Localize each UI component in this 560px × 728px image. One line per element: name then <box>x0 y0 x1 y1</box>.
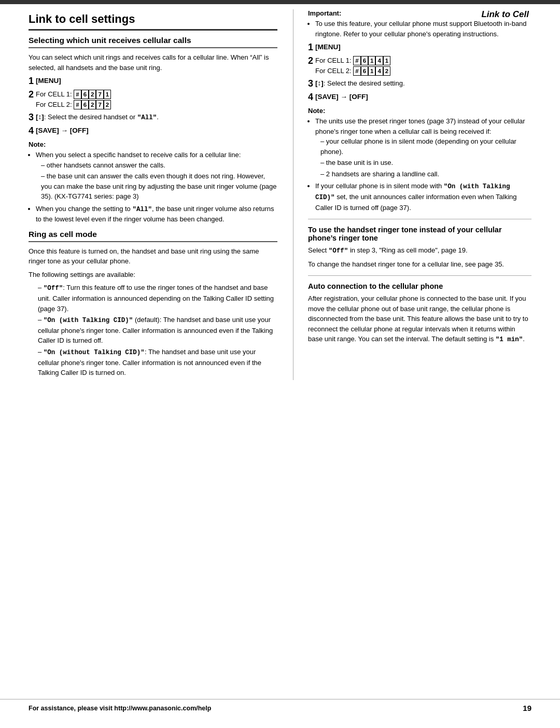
content-area: Link to cell settings Selecting which un… <box>0 9 560 380</box>
section3-body2: To change the handset ringer tone for a … <box>308 259 531 270</box>
r-key-1: 1 <box>368 56 375 65</box>
r-key-2: 2 <box>383 66 390 76</box>
important-list: To use this feature, your cellular phone… <box>308 19 531 39</box>
r-key-1b: 1 <box>383 56 390 65</box>
r-key-6: 6 <box>361 56 368 65</box>
right-step-1-content: [MENU] <box>315 42 531 52</box>
note-item-1: When you select a specific handset to re… <box>36 150 277 202</box>
right-note-sub-3: 2 handsets are sharing a landline call. <box>320 169 531 179</box>
right-step-3: 3 [↕]: Select the desired setting. <box>308 78 531 89</box>
right-step-4-content: [SAVE] → [OFF] <box>315 92 531 102</box>
note-label-right: Note: <box>308 107 531 115</box>
step-1-content: [MENU] <box>36 76 277 86</box>
right-column: Important: To use this feature, your cel… <box>293 9 531 380</box>
step-2-num: 2 <box>29 89 34 100</box>
right-step-4-num: 4 <box>308 92 313 103</box>
step-3: 3 [↕]: Select the desired handset or "Al… <box>29 112 277 123</box>
step-1: 1 [MENU] <box>29 76 277 87</box>
divider-1 <box>308 219 531 219</box>
important-item-1: To use this feature, your cellular phone… <box>315 19 531 39</box>
section1-title: Selecting which unit receives cellular c… <box>29 36 277 48</box>
note-item-2: When you change the setting to "All", th… <box>36 204 277 225</box>
right-step-2-content: For CELL 1: #6141 For CELL 2: #6142 <box>315 55 531 76</box>
right-note-sub-2: the base unit is in use. <box>320 158 531 168</box>
r-key-hash-2: # <box>353 66 360 76</box>
r-key-4: 4 <box>375 56 383 65</box>
page: Link to Cell Link to cell settings Selec… <box>0 0 560 728</box>
section2-available: The following settings are available: <box>29 270 277 280</box>
key-6-2: 6 <box>81 100 89 109</box>
right-note-sub-1: your cellular phone is in silent mode (d… <box>320 136 531 157</box>
note-sub-2: the base unit can answer the calls even … <box>41 171 277 202</box>
key-7: 7 <box>96 90 103 99</box>
step-2-content: For CELL 1: #6271 For CELL 2: #6272 <box>36 89 277 109</box>
footer-text: For assistance, please visit http://www.… <box>29 705 211 712</box>
note-sub-1: other handsets cannot answer the calls. <box>41 160 277 171</box>
key-2-3: 2 <box>104 100 111 109</box>
section2-title: Ring as cell mode <box>29 230 277 242</box>
setting-on-without: "On (without Talking CID)": The handset … <box>38 347 277 378</box>
note-label-1: Note: <box>29 141 277 148</box>
right-step-2: 2 For CELL 1: #6141 For CELL 2: #6142 <box>308 55 531 76</box>
key-hash: # <box>74 90 81 99</box>
setting-on-with: "On (with Talking CID)" (default): The h… <box>38 315 277 346</box>
section3-body1: Select "Off" in step 3, "Ring as cell mo… <box>308 245 531 256</box>
right-note-2: If your cellular phone is in silent mode… <box>315 181 531 213</box>
section4-body: After registration, your cellular phone … <box>308 293 531 345</box>
r-key-hash: # <box>353 56 360 65</box>
left-column: Link to cell settings Selecting which un… <box>29 9 277 380</box>
section1-body: You can select which unit rings and rece… <box>29 52 277 73</box>
right-step-3-num: 3 <box>308 78 313 89</box>
step-3-content: [↕]: Select the desired handset or "All"… <box>36 112 277 123</box>
section4-title: Auto connection to the cellular phone <box>308 282 531 290</box>
section2-settings: "Off": Turn this feature off to use the … <box>29 283 277 377</box>
key-2: 2 <box>89 90 96 99</box>
setting-off: "Off": Turn this feature off to use the … <box>38 283 277 314</box>
r-key-6-2: 6 <box>361 66 368 76</box>
note-list-right: The units use the preset ringer tones (p… <box>308 116 531 213</box>
section2-intro: Once this feature is turned on, the hand… <box>29 246 277 267</box>
step-3-num: 3 <box>29 112 34 123</box>
key-6: 6 <box>81 90 89 99</box>
key-1: 1 <box>104 90 111 99</box>
note-list-1: When you select a specific handset to re… <box>29 150 277 225</box>
header-bar <box>0 0 560 4</box>
step-1-num: 1 <box>29 76 34 87</box>
section3-title: To use the handset ringer tone instead o… <box>308 226 531 242</box>
page-section-title: Link to Cell <box>481 9 529 20</box>
step-4: 4 [SAVE] → [OFF] <box>29 125 277 136</box>
key-2-2: 2 <box>89 100 96 109</box>
right-step-2-num: 2 <box>308 55 313 66</box>
right-step-4: 4 [SAVE] → [OFF] <box>308 92 531 103</box>
step-2: 2 For CELL 1: #6271 For CELL 2: #6272 <box>29 89 277 109</box>
right-note-sublist: your cellular phone is in silent mode (d… <box>315 136 531 179</box>
right-step-1-num: 1 <box>308 42 313 53</box>
footer: For assistance, please visit http://www.… <box>0 699 560 712</box>
step-4-num: 4 <box>29 125 34 136</box>
right-note-1: The units use the preset ringer tones (p… <box>315 116 531 179</box>
key-7-2: 7 <box>96 100 103 109</box>
divider-2 <box>308 275 531 276</box>
right-step-1: 1 [MENU] <box>308 42 531 53</box>
footer-page: 19 <box>523 704 531 712</box>
right-step-3-content: [↕]: Select the desired setting. <box>315 78 531 89</box>
note-sublist-1: other handsets cannot answer the calls. … <box>36 160 277 202</box>
main-title: Link to cell settings <box>29 12 277 31</box>
key-hash-2: # <box>74 100 81 109</box>
r-key-1-2: 1 <box>368 66 375 76</box>
step-4-content: [SAVE] → [OFF] <box>36 125 277 136</box>
r-key-4-2: 4 <box>375 66 383 76</box>
